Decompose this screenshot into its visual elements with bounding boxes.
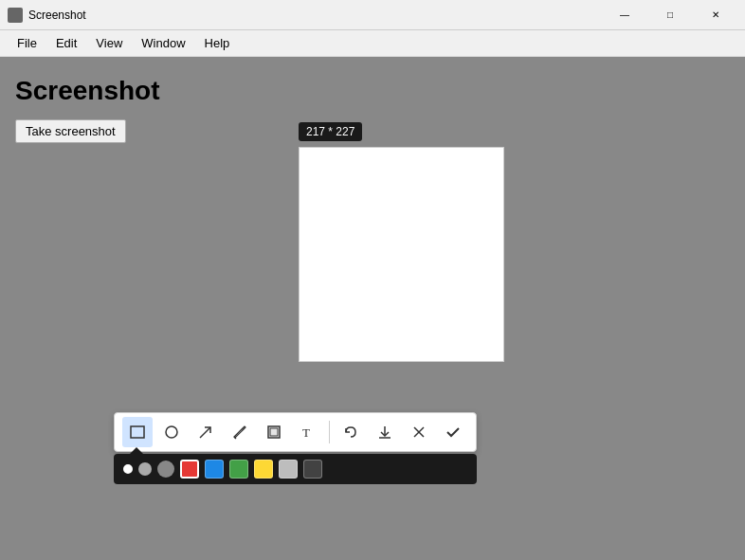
download-button[interactable] [370,417,400,447]
color-red-swatch[interactable] [180,460,199,479]
title-bar-controls: — □ ✕ [603,0,737,30]
svg-rect-0 [131,426,144,438]
app-icon [8,8,23,23]
confirm-button[interactable] [438,417,468,447]
dimension-label: 217 * 227 [299,122,362,141]
menu-view[interactable]: View [86,32,132,54]
circle-icon [163,424,180,441]
color-darkgray-swatch[interactable] [303,460,322,479]
menu-window[interactable]: Window [132,32,194,54]
toolbar-main: T [114,412,477,452]
arrow-icon [197,424,214,441]
pen-icon [231,424,248,441]
pen-tool-button[interactable] [225,417,255,447]
arrow-tool-button[interactable] [191,417,221,447]
title-bar-text: Screenshot [28,9,603,22]
maximize-button[interactable]: □ [648,0,692,30]
crop-icon [265,424,282,441]
cancel-button[interactable] [404,417,434,447]
size-large-dot[interactable] [157,461,174,478]
color-yellow-swatch[interactable] [254,460,273,479]
color-green-swatch[interactable] [229,460,248,479]
main-content: Screenshot Take screenshot 217 * 227 [0,57,745,560]
crop-tool-button[interactable] [259,417,289,447]
checkmark-icon [445,424,462,441]
page-title: Screenshot [15,76,730,106]
text-tool-button[interactable]: T [293,417,323,447]
toolbar-container: T [114,412,477,484]
minimize-button[interactable]: — [603,0,646,30]
circle-tool-button[interactable] [156,417,187,447]
svg-text:T: T [302,425,310,440]
menu-file[interactable]: File [8,32,46,54]
screenshot-preview [299,147,504,362]
svg-rect-5 [270,428,278,436]
svg-line-2 [200,427,210,438]
close-icon [410,424,427,441]
toolbar-divider-1 [329,421,330,443]
color-blue-swatch[interactable] [205,460,224,479]
screenshot-container: 217 * 227 [299,147,504,362]
rectangle-icon [129,424,146,441]
undo-icon [342,424,359,441]
size-medium-dot[interactable] [138,462,152,476]
rectangle-tool-button[interactable] [122,417,153,447]
take-screenshot-button[interactable]: Take screenshot [15,119,126,143]
color-palette-toolbar [114,454,477,484]
undo-button[interactable] [336,417,366,447]
text-icon: T [300,424,317,441]
svg-point-1 [166,426,177,438]
menu-edit[interactable]: Edit [46,32,86,54]
color-lightgray-swatch[interactable] [279,460,298,479]
size-small-dot[interactable] [123,464,133,474]
close-button[interactable]: ✕ [694,0,737,30]
download-icon [376,424,393,441]
menu-help[interactable]: Help [195,32,240,54]
title-bar: Screenshot — □ ✕ [0,0,745,30]
menu-bar: File Edit View Window Help [0,30,745,57]
